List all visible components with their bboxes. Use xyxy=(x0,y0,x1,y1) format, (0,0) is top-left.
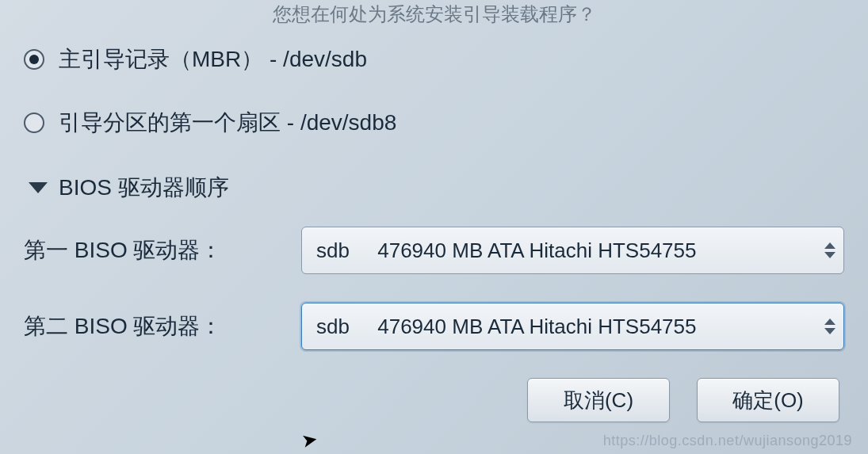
radio-first-sector-label: 引导分区的第一个扇区 - /dev/sdb8 xyxy=(59,108,396,138)
first-drive-desc: 476940 MB ATA Hitachi HTS54755 xyxy=(377,238,696,262)
ok-button[interactable]: 确定(O) xyxy=(697,378,839,422)
mouse-cursor-icon: ➤ xyxy=(300,427,319,452)
second-drive-desc: 476940 MB ATA Hitachi HTS54755 xyxy=(377,315,696,338)
second-bios-drive-row: 第二 BISO 驱动器： sdb 476940 MB ATA Hitachi H… xyxy=(24,303,844,350)
radio-first-sector[interactable]: 引导分区的第一个扇区 - /dev/sdb8 xyxy=(24,108,844,138)
bios-order-expander[interactable]: BIOS 驱动器顺序 xyxy=(24,173,844,203)
bootloader-dialog: 您想在何处为系统安装引导装载程序？ 主引导记录（MBR） - /dev/sdb … xyxy=(0,0,868,454)
bios-order-label: BIOS 驱动器顺序 xyxy=(59,173,229,203)
dialog-buttons: 取消(C) 确定(O) xyxy=(527,378,839,422)
radio-first-sector-indicator xyxy=(24,113,44,133)
second-bios-drive-label: 第二 BISO 驱动器： xyxy=(24,311,277,341)
dialog-question: 您想在何处为系统安装引导装载程序？ xyxy=(24,0,844,27)
second-drive-device: sdb xyxy=(316,315,372,339)
second-bios-drive-value: sdb 476940 MB ATA Hitachi HTS54755 xyxy=(316,315,697,339)
radio-mbr-indicator xyxy=(24,49,44,70)
radio-selected-dot xyxy=(29,55,39,64)
second-bios-drive-combobox[interactable]: sdb 476940 MB ATA Hitachi HTS54755 xyxy=(301,303,844,350)
first-bios-drive-value: sdb 476940 MB ATA Hitachi HTS54755 xyxy=(316,238,697,263)
combobox-spinner-icon xyxy=(824,242,835,258)
cancel-button[interactable]: 取消(C) xyxy=(527,378,670,422)
combobox-spinner-icon xyxy=(824,319,835,334)
first-bios-drive-combobox[interactable]: sdb 476940 MB ATA Hitachi HTS54755 xyxy=(301,227,844,274)
first-bios-drive-label: 第一 BISO 驱动器： xyxy=(24,235,277,265)
radio-mbr-label: 主引导记录（MBR） - /dev/sdb xyxy=(59,44,367,74)
cancel-button-label: 取消(C) xyxy=(564,387,633,414)
first-bios-drive-row: 第一 BISO 驱动器： sdb 476940 MB ATA Hitachi H… xyxy=(24,227,844,274)
first-drive-device: sdb xyxy=(316,238,372,263)
chevron-down-icon xyxy=(29,182,48,193)
watermark-text: https://blog.csdn.net/wujiansong2019 xyxy=(603,433,852,449)
ok-button-label: 确定(O) xyxy=(732,387,804,414)
radio-mbr[interactable]: 主引导记录（MBR） - /dev/sdb xyxy=(24,44,844,74)
